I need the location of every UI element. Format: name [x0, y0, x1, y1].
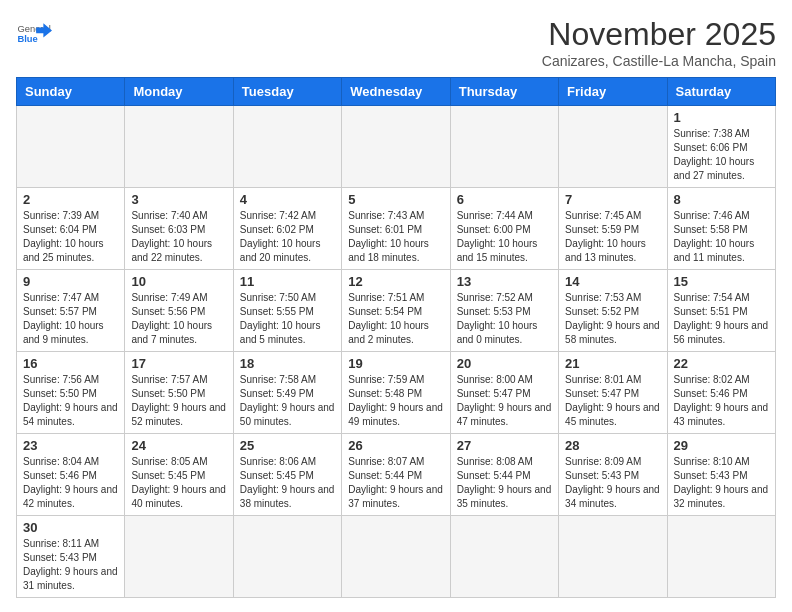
svg-text:Blue: Blue: [17, 34, 37, 44]
calendar-cell: [125, 106, 233, 188]
day-number: 4: [240, 192, 335, 207]
calendar-cell: 9Sunrise: 7:47 AM Sunset: 5:57 PM Daylig…: [17, 270, 125, 352]
logo-icon: General Blue: [16, 16, 52, 52]
day-info: Sunrise: 7:42 AM Sunset: 6:02 PM Dayligh…: [240, 209, 335, 265]
day-number: 26: [348, 438, 443, 453]
calendar-cell: 6Sunrise: 7:44 AM Sunset: 6:00 PM Daylig…: [450, 188, 558, 270]
day-info: Sunrise: 7:47 AM Sunset: 5:57 PM Dayligh…: [23, 291, 118, 347]
calendar-cell: 18Sunrise: 7:58 AM Sunset: 5:49 PM Dayli…: [233, 352, 341, 434]
header: General Blue November 2025 Canizares, Ca…: [16, 16, 776, 69]
location-title: Canizares, Castille-La Mancha, Spain: [542, 53, 776, 69]
calendar-cell: [559, 516, 667, 598]
calendar-cell: 29Sunrise: 8:10 AM Sunset: 5:43 PM Dayli…: [667, 434, 775, 516]
title-area: November 2025 Canizares, Castille-La Man…: [542, 16, 776, 69]
calendar-cell: 27Sunrise: 8:08 AM Sunset: 5:44 PM Dayli…: [450, 434, 558, 516]
calendar-cell: 1Sunrise: 7:38 AM Sunset: 6:06 PM Daylig…: [667, 106, 775, 188]
day-info: Sunrise: 8:09 AM Sunset: 5:43 PM Dayligh…: [565, 455, 660, 511]
day-info: Sunrise: 7:52 AM Sunset: 5:53 PM Dayligh…: [457, 291, 552, 347]
weekday-header-friday: Friday: [559, 78, 667, 106]
day-number: 27: [457, 438, 552, 453]
calendar-cell: 11Sunrise: 7:50 AM Sunset: 5:55 PM Dayli…: [233, 270, 341, 352]
calendar-cell: [342, 106, 450, 188]
weekday-header-wednesday: Wednesday: [342, 78, 450, 106]
day-info: Sunrise: 7:43 AM Sunset: 6:01 PM Dayligh…: [348, 209, 443, 265]
day-info: Sunrise: 8:11 AM Sunset: 5:43 PM Dayligh…: [23, 537, 118, 593]
calendar-cell: 3Sunrise: 7:40 AM Sunset: 6:03 PM Daylig…: [125, 188, 233, 270]
weekday-header-tuesday: Tuesday: [233, 78, 341, 106]
day-info: Sunrise: 8:01 AM Sunset: 5:47 PM Dayligh…: [565, 373, 660, 429]
calendar-cell: 7Sunrise: 7:45 AM Sunset: 5:59 PM Daylig…: [559, 188, 667, 270]
day-info: Sunrise: 7:56 AM Sunset: 5:50 PM Dayligh…: [23, 373, 118, 429]
day-number: 1: [674, 110, 769, 125]
calendar-cell: 26Sunrise: 8:07 AM Sunset: 5:44 PM Dayli…: [342, 434, 450, 516]
day-number: 14: [565, 274, 660, 289]
day-number: 23: [23, 438, 118, 453]
calendar-cell: 21Sunrise: 8:01 AM Sunset: 5:47 PM Dayli…: [559, 352, 667, 434]
calendar-cell: 12Sunrise: 7:51 AM Sunset: 5:54 PM Dayli…: [342, 270, 450, 352]
calendar-cell: 15Sunrise: 7:54 AM Sunset: 5:51 PM Dayli…: [667, 270, 775, 352]
day-number: 8: [674, 192, 769, 207]
day-info: Sunrise: 8:10 AM Sunset: 5:43 PM Dayligh…: [674, 455, 769, 511]
day-info: Sunrise: 7:38 AM Sunset: 6:06 PM Dayligh…: [674, 127, 769, 183]
day-number: 25: [240, 438, 335, 453]
calendar-cell: [233, 516, 341, 598]
day-info: Sunrise: 8:00 AM Sunset: 5:47 PM Dayligh…: [457, 373, 552, 429]
calendar-cell: [559, 106, 667, 188]
day-number: 21: [565, 356, 660, 371]
day-info: Sunrise: 8:07 AM Sunset: 5:44 PM Dayligh…: [348, 455, 443, 511]
weekday-header-thursday: Thursday: [450, 78, 558, 106]
day-number: 9: [23, 274, 118, 289]
calendar-cell: [450, 516, 558, 598]
day-number: 29: [674, 438, 769, 453]
day-info: Sunrise: 7:53 AM Sunset: 5:52 PM Dayligh…: [565, 291, 660, 347]
calendar-cell: [17, 106, 125, 188]
day-info: Sunrise: 7:57 AM Sunset: 5:50 PM Dayligh…: [131, 373, 226, 429]
day-number: 11: [240, 274, 335, 289]
calendar-cell: 2Sunrise: 7:39 AM Sunset: 6:04 PM Daylig…: [17, 188, 125, 270]
day-number: 5: [348, 192, 443, 207]
day-number: 12: [348, 274, 443, 289]
day-info: Sunrise: 7:39 AM Sunset: 6:04 PM Dayligh…: [23, 209, 118, 265]
day-number: 19: [348, 356, 443, 371]
calendar: SundayMondayTuesdayWednesdayThursdayFrid…: [16, 77, 776, 598]
day-number: 24: [131, 438, 226, 453]
calendar-cell: [233, 106, 341, 188]
weekday-header-saturday: Saturday: [667, 78, 775, 106]
day-info: Sunrise: 7:58 AM Sunset: 5:49 PM Dayligh…: [240, 373, 335, 429]
calendar-cell: 23Sunrise: 8:04 AM Sunset: 5:46 PM Dayli…: [17, 434, 125, 516]
day-info: Sunrise: 8:04 AM Sunset: 5:46 PM Dayligh…: [23, 455, 118, 511]
day-info: Sunrise: 8:08 AM Sunset: 5:44 PM Dayligh…: [457, 455, 552, 511]
day-number: 6: [457, 192, 552, 207]
day-info: Sunrise: 7:49 AM Sunset: 5:56 PM Dayligh…: [131, 291, 226, 347]
day-info: Sunrise: 8:02 AM Sunset: 5:46 PM Dayligh…: [674, 373, 769, 429]
week-row-0: 1Sunrise: 7:38 AM Sunset: 6:06 PM Daylig…: [17, 106, 776, 188]
day-number: 30: [23, 520, 118, 535]
weekday-header-row: SundayMondayTuesdayWednesdayThursdayFrid…: [17, 78, 776, 106]
day-number: 3: [131, 192, 226, 207]
day-number: 13: [457, 274, 552, 289]
day-info: Sunrise: 8:06 AM Sunset: 5:45 PM Dayligh…: [240, 455, 335, 511]
calendar-cell: 4Sunrise: 7:42 AM Sunset: 6:02 PM Daylig…: [233, 188, 341, 270]
day-number: 16: [23, 356, 118, 371]
calendar-cell: 24Sunrise: 8:05 AM Sunset: 5:45 PM Dayli…: [125, 434, 233, 516]
day-number: 20: [457, 356, 552, 371]
week-row-3: 16Sunrise: 7:56 AM Sunset: 5:50 PM Dayli…: [17, 352, 776, 434]
calendar-cell: [667, 516, 775, 598]
calendar-cell: 25Sunrise: 8:06 AM Sunset: 5:45 PM Dayli…: [233, 434, 341, 516]
day-info: Sunrise: 7:54 AM Sunset: 5:51 PM Dayligh…: [674, 291, 769, 347]
day-info: Sunrise: 7:44 AM Sunset: 6:00 PM Dayligh…: [457, 209, 552, 265]
day-info: Sunrise: 7:51 AM Sunset: 5:54 PM Dayligh…: [348, 291, 443, 347]
weekday-header-monday: Monday: [125, 78, 233, 106]
day-info: Sunrise: 7:46 AM Sunset: 5:58 PM Dayligh…: [674, 209, 769, 265]
day-number: 17: [131, 356, 226, 371]
day-number: 2: [23, 192, 118, 207]
month-title: November 2025: [542, 16, 776, 53]
day-info: Sunrise: 7:40 AM Sunset: 6:03 PM Dayligh…: [131, 209, 226, 265]
calendar-cell: 10Sunrise: 7:49 AM Sunset: 5:56 PM Dayli…: [125, 270, 233, 352]
day-number: 18: [240, 356, 335, 371]
calendar-cell: 22Sunrise: 8:02 AM Sunset: 5:46 PM Dayli…: [667, 352, 775, 434]
calendar-cell: 19Sunrise: 7:59 AM Sunset: 5:48 PM Dayli…: [342, 352, 450, 434]
calendar-cell: 8Sunrise: 7:46 AM Sunset: 5:58 PM Daylig…: [667, 188, 775, 270]
day-number: 10: [131, 274, 226, 289]
calendar-cell: [125, 516, 233, 598]
